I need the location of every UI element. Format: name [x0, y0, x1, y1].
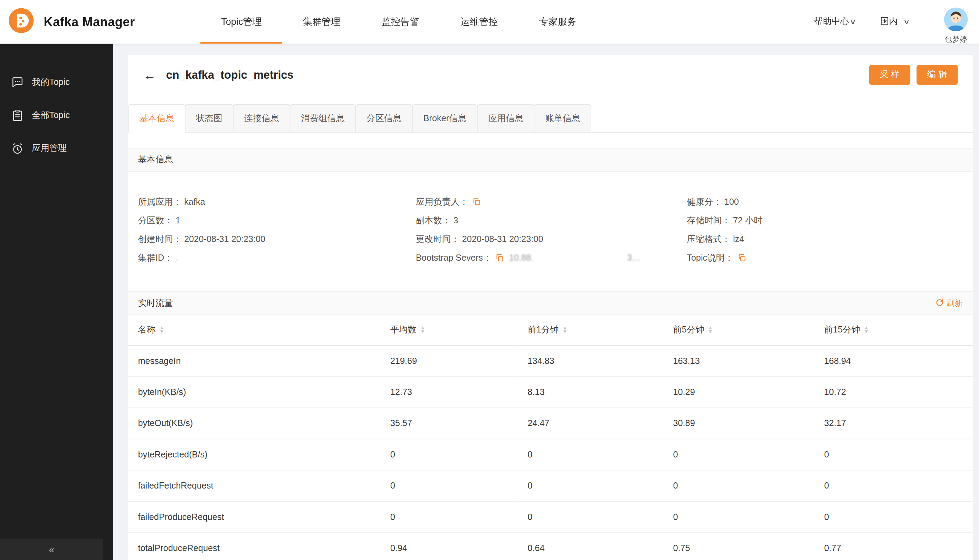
- copy-icon[interactable]: [495, 253, 504, 262]
- nav-item-ops-control[interactable]: 运维管控: [440, 0, 518, 44]
- sort-icons: ▲▼: [864, 326, 869, 334]
- title-actions: 采 样 编 辑: [869, 65, 958, 85]
- tab-label: 状态图: [196, 113, 222, 124]
- metrics-table: 名称▲▼ 平均数▲▼ 前1分钟▲▼ 前5分钟▲▼ 前15分钟▲▼ message…: [128, 315, 973, 560]
- region-selector[interactable]: 国内∨: [880, 16, 909, 28]
- top-nav: Topic管理 集群管理 监控告警 运维管控 专家服务: [201, 0, 597, 44]
- info-item-replicas: 副本数： 3: [416, 211, 687, 230]
- refresh-label: 刷新: [947, 298, 963, 309]
- copy-icon[interactable]: [472, 197, 481, 206]
- nav-label: 监控告警: [382, 16, 419, 28]
- cell-last-15min: 0: [814, 501, 973, 532]
- cell-metric-name: totalProduceRequest: [128, 532, 380, 560]
- chevron-down-icon: ∨: [849, 18, 856, 26]
- info-item-modified-time: 更改时间： 2020-08-31 20:23:00: [416, 230, 687, 248]
- info-item-owner: 应用负责人：: [416, 192, 687, 211]
- table-row: byteOut(KB/s) 35.57 24.47 30.89 32.17: [128, 407, 973, 438]
- cell-last-1min: 24.47: [518, 407, 663, 438]
- table-row: byteIn(KB/s) 12.73 8.13 10.29 10.72: [128, 376, 973, 407]
- column-header-name[interactable]: 名称▲▼: [128, 315, 380, 345]
- sidebar-collapse-button[interactable]: «: [0, 538, 103, 560]
- tab-connection-info[interactable]: 连接信息: [233, 104, 290, 132]
- edit-button[interactable]: 编 辑: [917, 65, 957, 85]
- cell-last-5min: 0: [663, 501, 814, 532]
- cell-metric-name: messageIn: [128, 345, 380, 376]
- top-right-area: 帮助中心∨ 国内∨ 包梦婷: [814, 0, 968, 45]
- column-header-last-15min[interactable]: 前15分钟▲▼: [814, 315, 973, 345]
- cell-average: 0: [380, 439, 518, 470]
- user-menu[interactable]: 包梦婷: [944, 8, 968, 45]
- info-item-app: 所属应用： kafka: [138, 192, 416, 211]
- sidebar: 我的Topic 全部Topic 应用管理: [0, 44, 113, 560]
- table-row: byteRejected(B/s) 0 0 0 0: [128, 439, 973, 470]
- tab-broker-info[interactable]: Broker信息: [412, 104, 478, 132]
- cell-average: 12.73: [380, 376, 518, 407]
- back-button[interactable]: ←: [143, 68, 156, 82]
- sort-icons: ▲▼: [708, 326, 713, 334]
- copy-icon[interactable]: [737, 253, 746, 262]
- region-label: 国内: [880, 16, 898, 28]
- cell-last-5min: 0.75: [663, 532, 814, 560]
- chat-icon: [11, 75, 25, 89]
- tab-basic-info[interactable]: 基本信息: [128, 104, 185, 132]
- cell-metric-name: byteOut(KB/s): [128, 407, 380, 438]
- tab-label: 应用信息: [488, 113, 523, 124]
- main-content: ← cn_kafka_topic_metrics 采 样 编 辑 基本信息 状态…: [128, 55, 973, 560]
- cell-metric-name: byteRejected(B/s): [128, 439, 380, 470]
- cell-last-5min: 30.89: [663, 407, 814, 438]
- nav-item-cluster-management[interactable]: 集群管理: [282, 0, 361, 44]
- collapse-icon: «: [49, 544, 54, 555]
- app-root: Kafka Manager Topic管理 集群管理 监控告警 运维管控 专家服…: [0, 0, 979, 560]
- info-item-cluster-id: 集群ID： .: [138, 248, 416, 267]
- sidebar-item-all-topics[interactable]: 全部Topic: [0, 99, 113, 132]
- cell-last-1min: 8.13: [518, 376, 663, 407]
- app-logo-link[interactable]: Kafka Manager: [8, 7, 135, 37]
- refresh-button[interactable]: 刷新: [935, 298, 963, 309]
- column-header-average[interactable]: 平均数▲▼: [380, 315, 518, 345]
- tab-partition-info[interactable]: 分区信息: [355, 104, 413, 132]
- tab-bar: 基本信息 状态图 连接信息 消费组信息 分区信息 Broker信息 应用信息 账…: [128, 104, 973, 133]
- nav-item-topic-management[interactable]: Topic管理: [201, 0, 282, 44]
- chevron-down-icon: ∨: [903, 18, 910, 26]
- column-header-last-1min[interactable]: 前1分钟▲▼: [518, 315, 663, 345]
- nav-item-monitor-alerts[interactable]: 监控告警: [361, 0, 440, 44]
- info-item-bootstrap-servers: Bootstrap Severs： 10.88. 3…: [416, 248, 687, 267]
- section-title: 实时流量: [138, 298, 173, 309]
- nav-label: 专家服务: [539, 16, 576, 28]
- nav-label: 运维管控: [460, 16, 498, 28]
- cell-last-15min: 0.77: [814, 532, 973, 560]
- cell-last-1min: 0.64: [518, 532, 663, 560]
- tab-billing-info[interactable]: 账单信息: [534, 104, 591, 132]
- cell-last-1min: 0: [518, 439, 663, 470]
- sidebar-item-my-topics[interactable]: 我的Topic: [0, 66, 113, 99]
- cell-average: 0.94: [380, 532, 518, 560]
- table-row: totalProduceRequest 0.94 0.64 0.75 0.77: [128, 532, 973, 560]
- cell-last-15min: 32.17: [814, 407, 973, 438]
- cell-metric-name: failedProduceRequest: [128, 501, 380, 532]
- sidebar-item-app-management[interactable]: 应用管理: [0, 132, 113, 165]
- column-header-last-5min[interactable]: 前5分钟▲▼: [663, 315, 814, 345]
- cell-average: 0: [380, 470, 518, 501]
- info-item-health-score: 健康分： 100: [687, 192, 973, 211]
- sidebar-item-label: 我的Topic: [32, 76, 70, 88]
- cell-average: 0: [380, 501, 518, 532]
- section-title: 基本信息: [138, 154, 173, 165]
- page-title-row: ← cn_kafka_topic_metrics 采 样 编 辑: [128, 55, 973, 95]
- tab-consumer-group-info[interactable]: 消费组信息: [290, 104, 356, 132]
- page-title: cn_kafka_topic_metrics: [166, 68, 294, 82]
- cell-last-15min: 168.94: [814, 345, 973, 376]
- tab-app-info[interactable]: 应用信息: [477, 104, 535, 132]
- info-item-partitions: 分区数： 1: [138, 211, 416, 230]
- tab-status-chart[interactable]: 状态图: [185, 104, 234, 132]
- tab-label: 基本信息: [139, 113, 174, 124]
- sidebar-item-label: 应用管理: [32, 143, 67, 154]
- sample-button[interactable]: 采 样: [869, 65, 910, 85]
- cell-average: 35.57: [380, 407, 518, 438]
- nav-item-expert-service[interactable]: 专家服务: [518, 0, 597, 44]
- cell-last-5min: 0: [663, 439, 814, 470]
- help-center-menu[interactable]: 帮助中心∨: [814, 16, 855, 28]
- top-header: Kafka Manager Topic管理 集群管理 监控告警 运维管控 专家服…: [0, 0, 979, 44]
- sort-icons: ▲▼: [159, 326, 164, 334]
- cell-last-1min: 0: [518, 470, 663, 501]
- cell-last-1min: 134.83: [518, 345, 663, 376]
